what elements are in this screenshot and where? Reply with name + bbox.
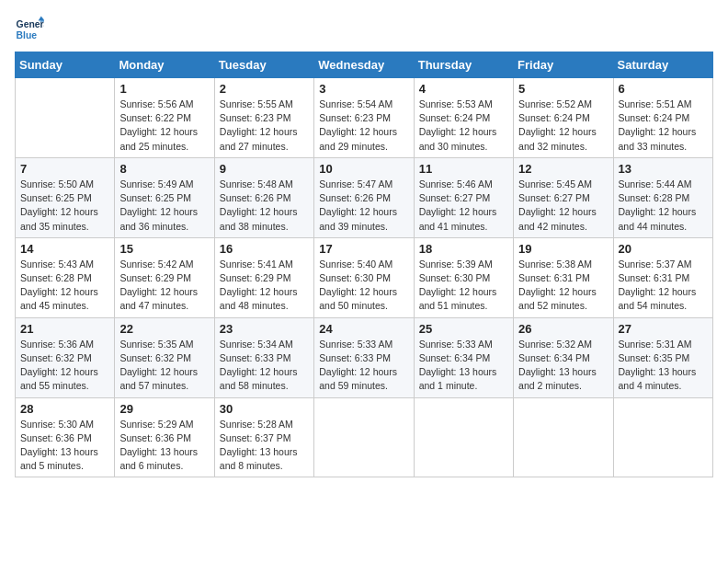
day-info: Sunrise: 5:52 AM Sunset: 6:24 PM Dayligh… (518, 98, 608, 154)
day-info: Sunrise: 5:31 AM Sunset: 6:35 PM Dayligh… (619, 338, 708, 394)
calendar-week-row: 7Sunrise: 5:50 AM Sunset: 6:25 PM Daylig… (16, 157, 713, 237)
calendar-cell: 22Sunrise: 5:35 AM Sunset: 6:32 PM Dayli… (115, 317, 214, 397)
day-number: 24 (319, 322, 408, 336)
weekday-header-cell: Thursday (414, 52, 513, 78)
calendar-cell: 18Sunrise: 5:39 AM Sunset: 6:30 PM Dayli… (414, 237, 513, 317)
calendar-cell (613, 397, 712, 477)
day-info: Sunrise: 5:33 AM Sunset: 6:33 PM Dayligh… (319, 338, 408, 394)
day-number: 27 (619, 322, 708, 336)
day-number: 23 (220, 322, 309, 336)
logo-icon: General Blue (15, 15, 44, 44)
day-info: Sunrise: 5:36 AM Sunset: 6:32 PM Dayligh… (20, 338, 109, 394)
day-number: 3 (319, 82, 408, 96)
calendar-week-row: 14Sunrise: 5:43 AM Sunset: 6:28 PM Dayli… (16, 237, 713, 317)
calendar-cell: 19Sunrise: 5:38 AM Sunset: 6:31 PM Dayli… (514, 237, 613, 317)
calendar-cell (314, 397, 414, 477)
day-info: Sunrise: 5:34 AM Sunset: 6:33 PM Dayligh… (220, 338, 309, 394)
day-info: Sunrise: 5:39 AM Sunset: 6:30 PM Dayligh… (419, 258, 508, 314)
calendar-week-row: 1Sunrise: 5:56 AM Sunset: 6:22 PM Daylig… (16, 78, 713, 158)
day-number: 14 (20, 242, 109, 256)
day-number: 2 (220, 82, 309, 96)
day-info: Sunrise: 5:28 AM Sunset: 6:37 PM Dayligh… (220, 418, 309, 474)
calendar-cell: 16Sunrise: 5:41 AM Sunset: 6:29 PM Dayli… (214, 237, 313, 317)
calendar-cell: 20Sunrise: 5:37 AM Sunset: 6:31 PM Dayli… (613, 237, 712, 317)
day-info: Sunrise: 5:53 AM Sunset: 6:24 PM Dayligh… (419, 98, 508, 154)
day-number: 11 (419, 162, 508, 176)
calendar-cell: 28Sunrise: 5:30 AM Sunset: 6:36 PM Dayli… (16, 397, 115, 477)
calendar-cell: 29Sunrise: 5:29 AM Sunset: 6:36 PM Dayli… (115, 397, 214, 477)
calendar-cell (414, 397, 513, 477)
calendar-cell: 8Sunrise: 5:49 AM Sunset: 6:25 PM Daylig… (115, 157, 214, 237)
day-info: Sunrise: 5:51 AM Sunset: 6:24 PM Dayligh… (619, 98, 708, 154)
calendar-cell: 2Sunrise: 5:55 AM Sunset: 6:23 PM Daylig… (214, 78, 313, 158)
day-number: 21 (20, 322, 109, 336)
day-number: 18 (419, 242, 508, 256)
day-number: 20 (619, 242, 708, 256)
svg-text:Blue: Blue (17, 30, 38, 40)
day-info: Sunrise: 5:46 AM Sunset: 6:27 PM Dayligh… (419, 178, 508, 234)
calendar-cell: 5Sunrise: 5:52 AM Sunset: 6:24 PM Daylig… (514, 78, 613, 158)
calendar-cell: 6Sunrise: 5:51 AM Sunset: 6:24 PM Daylig… (613, 78, 712, 158)
calendar-cell: 17Sunrise: 5:40 AM Sunset: 6:30 PM Dayli… (314, 237, 414, 317)
day-info: Sunrise: 5:45 AM Sunset: 6:27 PM Dayligh… (518, 178, 608, 234)
day-number: 6 (619, 82, 708, 96)
day-number: 7 (20, 162, 109, 176)
day-info: Sunrise: 5:41 AM Sunset: 6:29 PM Dayligh… (220, 258, 309, 314)
day-info: Sunrise: 5:49 AM Sunset: 6:25 PM Dayligh… (119, 178, 209, 234)
day-number: 1 (119, 82, 209, 96)
day-number: 30 (220, 402, 309, 416)
day-info: Sunrise: 5:40 AM Sunset: 6:30 PM Dayligh… (319, 258, 408, 314)
weekday-header-cell: Friday (514, 52, 613, 78)
calendar-cell: 9Sunrise: 5:48 AM Sunset: 6:26 PM Daylig… (214, 157, 313, 237)
calendar-cell: 23Sunrise: 5:34 AM Sunset: 6:33 PM Dayli… (214, 317, 313, 397)
calendar-week-row: 28Sunrise: 5:30 AM Sunset: 6:36 PM Dayli… (16, 397, 713, 477)
day-info: Sunrise: 5:29 AM Sunset: 6:36 PM Dayligh… (119, 418, 209, 474)
calendar-cell (514, 397, 613, 477)
weekday-header-cell: Saturday (613, 52, 712, 78)
calendar-cell: 15Sunrise: 5:42 AM Sunset: 6:29 PM Dayli… (115, 237, 214, 317)
day-number: 26 (518, 322, 608, 336)
day-info: Sunrise: 5:48 AM Sunset: 6:26 PM Dayligh… (220, 178, 309, 234)
page-header: General Blue (15, 15, 713, 44)
day-info: Sunrise: 5:54 AM Sunset: 6:23 PM Dayligh… (319, 98, 408, 154)
calendar-cell: 30Sunrise: 5:28 AM Sunset: 6:37 PM Dayli… (214, 397, 313, 477)
logo: General Blue (15, 15, 44, 44)
weekday-header-cell: Sunday (16, 52, 115, 78)
day-info: Sunrise: 5:50 AM Sunset: 6:25 PM Dayligh… (20, 178, 109, 234)
day-number: 16 (220, 242, 309, 256)
svg-text:General: General (17, 19, 44, 29)
calendar-cell: 14Sunrise: 5:43 AM Sunset: 6:28 PM Dayli… (16, 237, 115, 317)
calendar-cell: 1Sunrise: 5:56 AM Sunset: 6:22 PM Daylig… (115, 78, 214, 158)
calendar-week-row: 21Sunrise: 5:36 AM Sunset: 6:32 PM Dayli… (16, 317, 713, 397)
day-number: 17 (319, 242, 408, 256)
day-info: Sunrise: 5:56 AM Sunset: 6:22 PM Dayligh… (119, 98, 209, 154)
day-info: Sunrise: 5:32 AM Sunset: 6:34 PM Dayligh… (518, 338, 608, 394)
calendar-cell: 3Sunrise: 5:54 AM Sunset: 6:23 PM Daylig… (314, 78, 414, 158)
day-info: Sunrise: 5:35 AM Sunset: 6:32 PM Dayligh… (119, 338, 209, 394)
day-number: 8 (119, 162, 209, 176)
calendar-cell: 11Sunrise: 5:46 AM Sunset: 6:27 PM Dayli… (414, 157, 513, 237)
day-info: Sunrise: 5:33 AM Sunset: 6:34 PM Dayligh… (419, 338, 508, 394)
calendar-cell: 27Sunrise: 5:31 AM Sunset: 6:35 PM Dayli… (613, 317, 712, 397)
day-number: 12 (518, 162, 608, 176)
day-number: 28 (20, 402, 109, 416)
calendar-cell: 7Sunrise: 5:50 AM Sunset: 6:25 PM Daylig… (16, 157, 115, 237)
day-info: Sunrise: 5:43 AM Sunset: 6:28 PM Dayligh… (20, 258, 109, 314)
day-number: 10 (319, 162, 408, 176)
calendar-cell: 21Sunrise: 5:36 AM Sunset: 6:32 PM Dayli… (16, 317, 115, 397)
calendar-table: SundayMondayTuesdayWednesdayThursdayFrid… (15, 52, 713, 477)
day-number: 9 (220, 162, 309, 176)
day-number: 25 (419, 322, 508, 336)
day-number: 19 (518, 242, 608, 256)
calendar-body: 1Sunrise: 5:56 AM Sunset: 6:22 PM Daylig… (16, 78, 713, 477)
day-info: Sunrise: 5:44 AM Sunset: 6:28 PM Dayligh… (619, 178, 708, 234)
day-info: Sunrise: 5:42 AM Sunset: 6:29 PM Dayligh… (119, 258, 209, 314)
calendar-cell: 13Sunrise: 5:44 AM Sunset: 6:28 PM Dayli… (613, 157, 712, 237)
calendar-cell: 10Sunrise: 5:47 AM Sunset: 6:26 PM Dayli… (314, 157, 414, 237)
weekday-header-cell: Wednesday (314, 52, 414, 78)
day-number: 4 (419, 82, 508, 96)
day-info: Sunrise: 5:30 AM Sunset: 6:36 PM Dayligh… (20, 418, 109, 474)
day-info: Sunrise: 5:37 AM Sunset: 6:31 PM Dayligh… (619, 258, 708, 314)
day-info: Sunrise: 5:38 AM Sunset: 6:31 PM Dayligh… (518, 258, 608, 314)
calendar-cell (16, 78, 115, 158)
